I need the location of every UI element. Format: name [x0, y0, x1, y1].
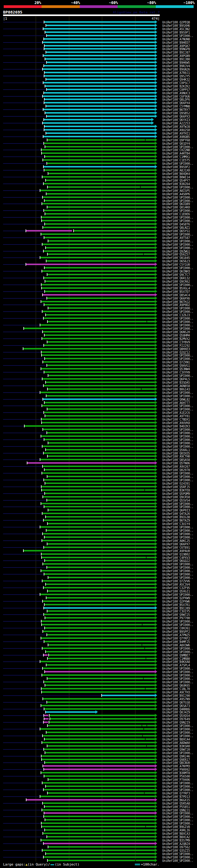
- alignment-bar[interactable]: [47, 116, 155, 117]
- alignment-bar[interactable]: [43, 698, 155, 700]
- alignment-bar[interactable]: [44, 573, 155, 575]
- alignment-bar[interactable]: [42, 176, 155, 178]
- alignment-bar[interactable]: [41, 301, 155, 302]
- alignment-bar[interactable]: [74, 230, 155, 231]
- alignment-bar[interactable]: [43, 802, 155, 804]
- alignment-bar[interactable]: [45, 280, 155, 282]
- alignment-bar[interactable]: [43, 41, 155, 43]
- alignment-bar[interactable]: [48, 846, 155, 848]
- alignment-bar[interactable]: [45, 146, 155, 148]
- alignment-bar[interactable]: [41, 823, 155, 824]
- alignment-bar[interactable]: [46, 314, 155, 316]
- alignment-bar[interactable]: [45, 85, 155, 87]
- alignment-bar[interactable]: [42, 540, 155, 541]
- alignment-bar[interactable]: [46, 132, 155, 134]
- alignment-bar[interactable]: [24, 328, 155, 329]
- alignment-bar[interactable]: [42, 422, 155, 423]
- alignment-bar[interactable]: [44, 317, 155, 319]
- alignment-bar[interactable]: [44, 816, 155, 817]
- alignment-bar[interactable]: [40, 257, 155, 258]
- alignment-bar[interactable]: [43, 466, 155, 467]
- alignment-bar[interactable]: [45, 98, 155, 100]
- alignment-bar[interactable]: [43, 496, 155, 498]
- alignment-bar[interactable]: [41, 620, 155, 622]
- alignment-bar[interactable]: [41, 284, 155, 285]
- alignment-bar[interactable]: [48, 860, 155, 861]
- alignment-bar[interactable]: [44, 75, 155, 77]
- alignment-bar[interactable]: [44, 506, 155, 507]
- alignment-bar[interactable]: [41, 234, 155, 235]
- alignment-bar[interactable]: [43, 95, 155, 97]
- alignment-bar[interactable]: [46, 193, 155, 195]
- alignment-bar[interactable]: [44, 48, 155, 50]
- alignment-bar[interactable]: [44, 21, 155, 23]
- alignment-bar[interactable]: [45, 31, 155, 33]
- alignment-bar[interactable]: [44, 775, 155, 777]
- alignment-bar[interactable]: [44, 452, 155, 454]
- alignment-bar[interactable]: [46, 25, 155, 26]
- alignment-bar[interactable]: [40, 459, 155, 460]
- alignment-bar[interactable]: [41, 486, 155, 488]
- alignment-bar[interactable]: [44, 277, 155, 279]
- alignment-bar[interactable]: [45, 200, 155, 202]
- alignment-bar[interactable]: [42, 489, 155, 491]
- alignment-bar[interactable]: [50, 715, 155, 716]
- alignment-bar[interactable]: [48, 658, 155, 659]
- alignment-bar[interactable]: [47, 634, 155, 636]
- alignment-bar[interactable]: [43, 735, 155, 737]
- alignment-bar[interactable]: [24, 550, 155, 552]
- alignment-bar[interactable]: [48, 523, 155, 524]
- alignment-bar[interactable]: [45, 762, 155, 763]
- alignment-bar[interactable]: [46, 597, 155, 598]
- alignment-bar[interactable]: [43, 28, 155, 30]
- alignment-bar[interactable]: [42, 472, 155, 474]
- alignment-bar[interactable]: [47, 702, 155, 703]
- alignment-bar[interactable]: [46, 651, 155, 652]
- alignment-bar[interactable]: [43, 136, 155, 137]
- alignment-bar[interactable]: [44, 250, 155, 252]
- alignment-bar[interactable]: [42, 220, 155, 221]
- alignment-bar[interactable]: [102, 695, 155, 696]
- alignment-bar[interactable]: [42, 203, 155, 205]
- alignment-bar[interactable]: [47, 476, 155, 477]
- alignment-bar[interactable]: [46, 260, 155, 262]
- alignment-bar[interactable]: [42, 311, 155, 312]
- alignment-bar[interactable]: [40, 796, 155, 797]
- alignment-bar[interactable]: [46, 449, 155, 451]
- alignment-bar[interactable]: [46, 664, 155, 666]
- alignment-bar[interactable]: [45, 112, 155, 114]
- alignment-bar[interactable]: [42, 152, 155, 154]
- alignment-bar[interactable]: [43, 68, 155, 70]
- alignment-bar[interactable]: [44, 119, 152, 120]
- alignment-bar[interactable]: [46, 395, 155, 397]
- alignment-bar[interactable]: [42, 826, 155, 827]
- alignment-bar[interactable]: [42, 354, 155, 356]
- alignment-bar[interactable]: [45, 752, 155, 753]
- alignment-bar[interactable]: [47, 745, 155, 747]
- alignment-bar[interactable]: [46, 79, 155, 80]
- alignment-bar[interactable]: [47, 610, 155, 612]
- alignment-bar[interactable]: [40, 594, 155, 595]
- alignment-bar[interactable]: [44, 789, 155, 790]
- alignment-bar[interactable]: [45, 213, 155, 215]
- alignment-bar[interactable]: [43, 398, 155, 400]
- alignment-bar[interactable]: [42, 691, 155, 693]
- alignment-bar[interactable]: [41, 553, 155, 555]
- alignment-bar[interactable]: [44, 812, 155, 814]
- alignment-bar[interactable]: [42, 782, 155, 784]
- alignment-bar[interactable]: [44, 708, 155, 710]
- alignment-bar[interactable]: [44, 439, 155, 440]
- alignment-bar[interactable]: [43, 109, 155, 110]
- alignment-bar[interactable]: [45, 684, 155, 686]
- alignment-bar[interactable]: [41, 368, 155, 370]
- alignment-bar[interactable]: [43, 361, 155, 363]
- alignment-bar[interactable]: [46, 381, 155, 383]
- alignment-bar[interactable]: [47, 836, 155, 838]
- alignment-bar[interactable]: [44, 385, 155, 386]
- alignment-bar[interactable]: [47, 139, 155, 141]
- alignment-bar[interactable]: [48, 725, 155, 726]
- alignment-bar[interactable]: [45, 334, 155, 336]
- alignment-bar[interactable]: [45, 560, 155, 561]
- alignment-bar[interactable]: [45, 671, 155, 673]
- alignment-bar[interactable]: [42, 557, 155, 558]
